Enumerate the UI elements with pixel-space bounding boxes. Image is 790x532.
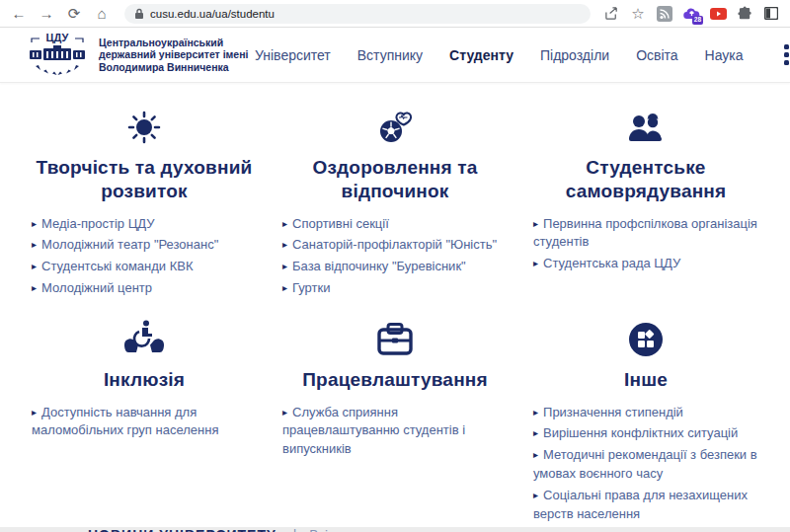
page-content: Творчість та духовний розвиток ▸Медіа-пр… xyxy=(0,83,790,531)
extension-badge: 28 xyxy=(692,16,703,25)
main-navigation: Університет Вступнику Студенту Підрозділ… xyxy=(255,44,790,65)
university-logo[interactable]: ЦДУ Центральноукраїнський державний унів… xyxy=(26,31,255,80)
browser-toolbar: ← → ⟳ ⌂ cusu.edu.ua/ua/studentu ☆ 28 xyxy=(0,0,790,28)
bullet-arrow-icon: ▸ xyxy=(32,218,37,229)
home-icon[interactable]: ⌂ xyxy=(91,6,113,21)
menu-link[interactable]: ▸Вирішення конфліктних ситуацій xyxy=(533,424,758,443)
students-group-icon xyxy=(533,105,758,150)
cloud-extension-icon[interactable]: 28 xyxy=(682,5,700,23)
rss-extension-icon[interactable] xyxy=(656,5,673,23)
menu-link[interactable]: ▸Призначення стипендій xyxy=(533,404,758,422)
bullet-arrow-icon: ▸ xyxy=(32,407,37,418)
section-links: ▸Первинна профспілкова організація студе… xyxy=(533,215,758,274)
bullet-arrow-icon: ▸ xyxy=(533,427,538,438)
nav-pidrozdily[interactable]: Підрозділи xyxy=(540,47,609,63)
bullet-arrow-icon: ▸ xyxy=(533,449,538,460)
menu-link[interactable]: ▸Первинна профспілкова організація студе… xyxy=(533,215,758,253)
menu-link[interactable]: ▸База відпочинку "Буревісник" xyxy=(282,258,508,276)
section-title: Інклюзія xyxy=(32,368,257,392)
menu-link[interactable]: ▸Студентські команди КВК xyxy=(32,258,257,276)
menu-link[interactable]: ▸Соціальні права для незахищених верств … xyxy=(533,487,758,524)
nav-osvita[interactable]: Освіта xyxy=(636,47,677,63)
university-logo-icon: ЦДУ xyxy=(26,31,89,80)
apps-circle-icon xyxy=(533,317,758,362)
section-creativity: Творчість та духовний розвиток ▸Медіа-пр… xyxy=(32,105,257,301)
menu-link[interactable]: ▸Гуртки xyxy=(282,279,508,298)
section-links: ▸Спортивні секції ▸Санаторій-профілактор… xyxy=(282,215,508,298)
bookmark-star-icon[interactable]: ☆ xyxy=(629,5,647,23)
nav-vstupnyku[interactable]: Вступнику xyxy=(357,47,423,63)
menu-link[interactable]: ▸Доступність навчання для маломобільних … xyxy=(32,404,257,441)
section-employment: Працевлаштування ▸Служба сприяння працев… xyxy=(282,317,508,527)
bullet-arrow-icon: ▸ xyxy=(282,239,287,250)
bullet-arrow-icon: ▸ xyxy=(533,490,538,500)
all-news-link[interactable]: Всі новини xyxy=(309,527,375,532)
bullet-arrow-icon: ▸ xyxy=(282,282,287,293)
bullet-arrow-icon: ▸ xyxy=(32,261,37,271)
apps-grid-icon[interactable] xyxy=(784,44,790,65)
padlock-icon[interactable] xyxy=(134,8,144,20)
address-bar[interactable]: cusu.edu.ua/ua/studentu xyxy=(124,4,591,24)
bullet-arrow-icon: ▸ xyxy=(533,407,538,418)
section-inclusion: Інклюзія ▸Доступність навчання для малом… xyxy=(32,317,257,527)
menu-link[interactable]: ▸Медіа-простір ЦДУ xyxy=(32,215,257,234)
news-title: НОВИНИ УНІВЕРСИТЕТУ xyxy=(88,527,276,532)
bullet-arrow-icon: ▸ xyxy=(533,258,538,268)
share-icon[interactable] xyxy=(602,5,620,23)
menu-link[interactable]: ▸Молодіжний центр xyxy=(32,279,257,298)
youtube-icon[interactable] xyxy=(709,5,727,23)
briefcase-icon xyxy=(282,317,508,362)
site-header: ЦДУ Центральноукраїнський державний унів… xyxy=(0,28,790,83)
menu-link[interactable]: ▸Методичні рекомендації з безпеки в умов… xyxy=(533,446,758,484)
forward-icon[interactable]: → xyxy=(36,6,57,21)
bullet-arrow-icon: ▸ xyxy=(282,407,287,418)
bullet-arrow-icon: ▸ xyxy=(282,218,287,229)
nav-studentu[interactable]: Студенту xyxy=(449,47,514,63)
section-links: ▸Служба сприяння працевлаштуванню студен… xyxy=(282,404,508,460)
menu-link[interactable]: ▸Спортивні секції xyxy=(282,215,508,234)
student-menu-grid: Творчість та духовний розвиток ▸Медіа-пр… xyxy=(0,83,790,527)
news-separator: | xyxy=(293,527,297,532)
section-links: ▸Медіа-простір ЦДУ ▸Молодіжний театр "Ре… xyxy=(32,215,257,298)
menu-link[interactable]: ▸Санаторій-профілакторій "Юність" xyxy=(282,236,508,255)
section-links: ▸Доступність навчання для маломобільних … xyxy=(32,404,257,441)
section-other: Інше ▸Призначення стипендій ▸Вирішення к… xyxy=(533,317,758,527)
side-panel-icon[interactable] xyxy=(762,5,780,23)
extensions-puzzle-icon[interactable] xyxy=(736,5,753,23)
bullet-arrow-icon: ▸ xyxy=(32,239,37,250)
bullet-arrow-icon: ▸ xyxy=(282,261,287,271)
url-text[interactable]: cusu.edu.ua/ua/studentu xyxy=(150,8,275,20)
news-band: НОВИНИ УНІВЕРСИТЕТУ | Всі новини xyxy=(0,527,790,532)
section-links: ▸Призначення стипендій ▸Вирішення конфлі… xyxy=(533,404,758,524)
university-name: Центральноукраїнський державний універси… xyxy=(99,37,255,74)
section-health: Оздоровлення та відпочинок ▸Спортивні се… xyxy=(282,105,508,301)
section-title: Оздоровлення та відпочинок xyxy=(282,156,508,203)
svg-text:ЦДУ: ЦДУ xyxy=(46,32,69,43)
sport-health-icon xyxy=(282,105,508,150)
menu-link[interactable]: ▸Молодіжний театр "Резонанс" xyxy=(32,236,257,255)
nav-nauka[interactable]: Наука xyxy=(705,47,744,63)
menu-link[interactable]: ▸Студентська рада ЦДУ xyxy=(533,255,758,273)
reload-icon[interactable]: ⟳ xyxy=(63,6,85,21)
section-title: Інше xyxy=(533,368,758,392)
bullet-arrow-icon: ▸ xyxy=(32,282,37,293)
inclusion-hands-icon xyxy=(32,317,257,362)
section-self-government: Студентське самоврядування ▸Первинна про… xyxy=(533,105,758,301)
section-title: Творчість та духовний розвиток xyxy=(32,156,257,203)
bullet-arrow-icon: ▸ xyxy=(533,218,538,229)
section-title: Працевлаштування xyxy=(282,368,508,392)
back-icon[interactable]: ← xyxy=(8,6,30,21)
menu-link[interactable]: ▸Служба сприяння працевлаштуванню студен… xyxy=(282,404,508,460)
nav-universytet[interactable]: Університет xyxy=(255,47,331,63)
sun-icon xyxy=(32,105,257,150)
section-title: Студентське самоврядування xyxy=(533,156,758,203)
